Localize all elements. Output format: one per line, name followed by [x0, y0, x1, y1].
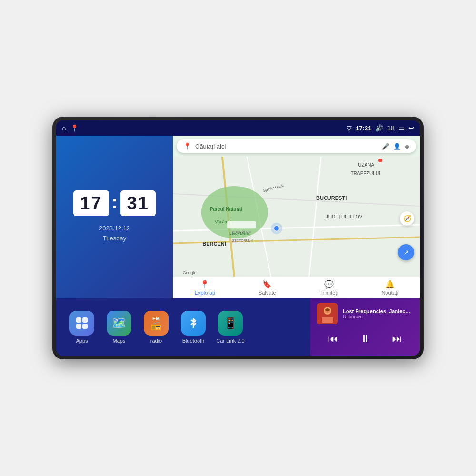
- map-svg: Parcul Natural Văcărești BUCUREȘTI JUDEȚ…: [173, 157, 420, 280]
- apps-icon: [69, 311, 94, 336]
- radio-label: radio: [150, 338, 162, 344]
- news-icon: 🔔: [385, 280, 395, 289]
- explore-icon: 📍: [200, 280, 209, 289]
- map-account-icon[interactable]: 👤: [393, 143, 401, 150]
- saved-icon: 🔖: [262, 280, 272, 289]
- signal-icon: ▽: [347, 124, 352, 132]
- svg-point-34: [325, 308, 330, 311]
- clock-date-value: 2023.12.12: [99, 224, 130, 234]
- map-pin-icon: 📍: [183, 142, 191, 150]
- svg-rect-15: [227, 221, 256, 228]
- map-nav-send-label: Trimiteți: [319, 290, 338, 296]
- clock-colon: :: [112, 192, 118, 212]
- map-search-placeholder[interactable]: Căutați aici: [195, 143, 378, 150]
- svg-text:BERCENI: BERCENI: [202, 241, 226, 247]
- map-nav-saved-label: Salvate: [258, 290, 276, 296]
- top-section: 17 : 31 2023.12.12 Tuesday 📍 Căutați aic…: [56, 136, 420, 298]
- directions-icon: ↗: [403, 248, 409, 256]
- map-search-actions: 🎤 👤 ◈: [382, 143, 409, 150]
- device-screen: ⌂ 📍 ▽ 17:31 🔊 18 ▭ ↩ 17 :: [56, 120, 420, 356]
- map-nav-explore-label: Explorați: [195, 290, 215, 296]
- bottom-section: Apps 🗺️ Maps FM📻 radio: [56, 298, 420, 356]
- map-nav-saved[interactable]: 🔖 Salvate: [258, 280, 276, 296]
- clock-panel: 17 : 31 2023.12.12 Tuesday: [56, 136, 173, 298]
- send-icon: 💬: [324, 280, 334, 289]
- apps-row: Apps 🗺️ Maps FM📻 radio: [56, 298, 310, 356]
- compass-icon: 🧭: [403, 215, 411, 222]
- map-panel: 📍 Căutați aici 🎤 👤 ◈: [173, 136, 420, 298]
- status-time: 17:31: [356, 125, 371, 132]
- svg-rect-26: [82, 317, 88, 323]
- car-display-device: ⌂ 📍 ▽ 17:31 🔊 18 ▭ ↩ 17 :: [52, 117, 424, 359]
- clock-display: 17 : 31: [73, 190, 156, 216]
- clock-minute: 31: [120, 190, 156, 216]
- svg-rect-28: [82, 324, 88, 329]
- svg-rect-27: [76, 324, 81, 329]
- app-item-apps[interactable]: Apps: [63, 311, 100, 344]
- apps-label: Apps: [76, 338, 88, 344]
- status-bar: ⌂ 📍 ▽ 17:31 🔊 18 ▭ ↩: [56, 120, 420, 136]
- map-bottom-nav: 📍 Explorați 🔖 Salvate 💬 Trimiteți �: [173, 277, 420, 298]
- svg-text:BUCUREȘTI: BUCUREȘTI: [232, 230, 252, 234]
- music-info: Lost Frequencies_Janieck Devy-... Unknow…: [317, 303, 413, 324]
- music-title: Lost Frequencies_Janieck Devy-...: [343, 308, 413, 314]
- volume-icon: 🔊: [375, 124, 383, 132]
- home-icon[interactable]: ⌂: [62, 124, 66, 132]
- battery-icon: ▭: [398, 124, 405, 132]
- next-button[interactable]: ⏭: [388, 331, 406, 347]
- svg-point-21: [271, 223, 282, 234]
- music-controls: ⏮ ⏸ ⏭: [317, 331, 413, 347]
- svg-text:Google: Google: [183, 270, 197, 275]
- svg-text:Parcul Natural: Parcul Natural: [210, 207, 242, 212]
- svg-text:SECTORUL 4: SECTORUL 4: [232, 239, 253, 242]
- music-artist: Unknown: [343, 314, 413, 319]
- music-panel: Lost Frequencies_Janieck Devy-... Unknow…: [310, 298, 420, 356]
- bluetooth-label: Bluetooth: [182, 338, 204, 344]
- svg-text:JUDEȚUL ILFOV: JUDEȚUL ILFOV: [326, 214, 363, 219]
- app-item-maps[interactable]: 🗺️ Maps: [100, 311, 138, 344]
- map-area: Parcul Natural Văcărești BUCUREȘTI JUDEȚ…: [173, 157, 420, 280]
- svg-rect-32: [322, 317, 333, 323]
- carlink-label: Car Link 2.0: [216, 338, 244, 344]
- status-bar-left: ⌂ 📍: [62, 124, 79, 132]
- svg-text:TRAPEZULUI: TRAPEZULUI: [351, 171, 380, 176]
- map-voice-icon[interactable]: 🎤: [382, 143, 389, 150]
- app-item-radio[interactable]: FM📻 radio: [138, 311, 175, 344]
- clock-day-value: Tuesday: [99, 234, 130, 244]
- map-layers-icon[interactable]: ◈: [405, 143, 409, 150]
- status-bar-right: ▽ 17:31 🔊 18 ▭ ↩: [347, 124, 414, 132]
- maps-status-icon[interactable]: 📍: [70, 124, 79, 132]
- clock-date: 2023.12.12 Tuesday: [99, 224, 130, 244]
- svg-rect-25: [76, 317, 81, 323]
- map-nav-explore[interactable]: 📍 Explorați: [195, 280, 215, 296]
- svg-text:UZANA: UZANA: [358, 162, 374, 168]
- main-content: 17 : 31 2023.12.12 Tuesday 📍 Căutați aic…: [56, 136, 420, 356]
- carlink-icon: 📱: [218, 311, 243, 336]
- music-details: Lost Frequencies_Janieck Devy-... Unknow…: [343, 308, 413, 319]
- music-thumbnail: [317, 303, 338, 324]
- svg-point-23: [378, 159, 382, 162]
- app-item-carlink[interactable]: 📱 Car Link 2.0: [212, 311, 249, 344]
- maps-label: Maps: [113, 338, 126, 344]
- maps-app-icon: 🗺️: [107, 311, 131, 336]
- app-item-bluetooth[interactable]: Bluetooth: [175, 311, 212, 344]
- map-directions-button[interactable]: ↗: [398, 244, 414, 260]
- clock-hour: 17: [73, 190, 109, 216]
- map-nav-send[interactable]: 💬 Trimiteți: [319, 280, 338, 296]
- map-compass-button[interactable]: 🧭: [400, 211, 414, 226]
- radio-icon: FM📻: [144, 311, 169, 336]
- battery-level: 18: [387, 124, 395, 132]
- map-nav-news-label: Noutăți: [381, 290, 398, 296]
- back-icon[interactable]: ↩: [408, 124, 414, 132]
- bluetooth-app-icon: [181, 311, 206, 336]
- map-search-bar[interactable]: 📍 Căutați aici 🎤 👤 ◈: [177, 139, 416, 153]
- svg-text:BUCUREȘTI: BUCUREȘTI: [316, 195, 347, 201]
- play-pause-button[interactable]: ⏸: [356, 331, 374, 347]
- prev-button[interactable]: ⏮: [324, 331, 342, 347]
- map-nav-news[interactable]: 🔔 Noutăți: [381, 280, 398, 296]
